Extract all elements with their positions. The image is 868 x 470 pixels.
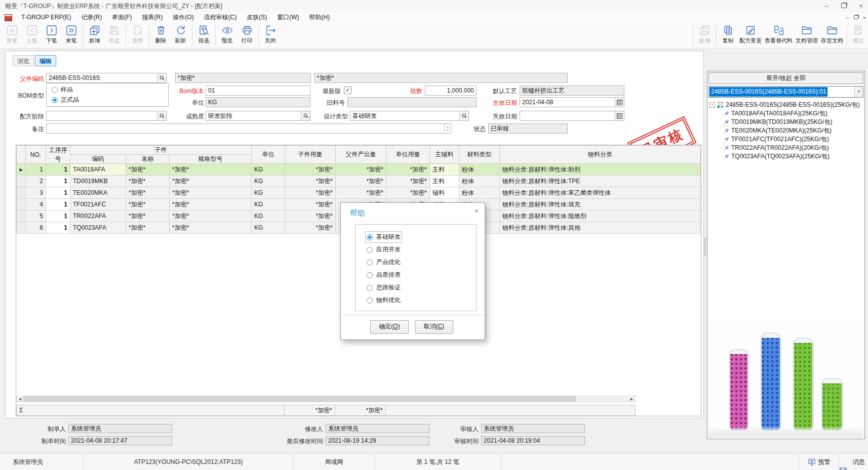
cell-spec[interactable]: *加密*	[170, 187, 252, 199]
cell-code[interactable]: TR0022AFA	[70, 210, 126, 222]
cell-child-qty[interactable]: *加密*	[285, 187, 336, 199]
tab-edit[interactable]: 编辑	[35, 55, 56, 66]
remark-spinner[interactable]: ▲▼	[444, 124, 451, 133]
batch-field[interactable]: 1,000.000	[425, 86, 477, 96]
dialog-radio-quality-check[interactable]: 品质排查	[367, 271, 401, 279]
tree-root[interactable]: − 2485B-ESS-0016S(2485B-ESS-0016S)(25KG/…	[709, 101, 861, 109]
table-row[interactable]: 3 1 TE0020MKA *加密* *加密* KG *加密* *加密* *加密…	[17, 187, 701, 199]
cell-material-type[interactable]: 粉体	[459, 176, 500, 187]
cell-name[interactable]: *加密*	[126, 176, 170, 187]
cell-spec[interactable]: *加密*	[170, 222, 252, 234]
parent-code-field[interactable]: 2485B-ESS-0016S	[46, 73, 167, 83]
design-type-lookup-button[interactable]	[459, 111, 468, 120]
cell-no[interactable]: 4	[26, 199, 46, 210]
inventory-doc-button[interactable]: 存货文档	[819, 24, 845, 45]
cell-unit[interactable]: KG	[252, 187, 285, 199]
cancel-button[interactable]: 取消(C)	[415, 320, 453, 334]
cell-no[interactable]: 5	[26, 210, 46, 222]
batch-add-button[interactable]: 批增	[695, 24, 715, 45]
cell-spec[interactable]: *加密*	[170, 176, 252, 187]
cell-unit-qty[interactable]: *加密*	[386, 176, 430, 187]
effective-date-calendar-button[interactable]	[615, 98, 624, 107]
refresh-button[interactable]: 刷新	[171, 24, 190, 45]
cell-unit-qty[interactable]: *加密*	[386, 164, 430, 176]
tree-item[interactable]: TF0021AFC(TF0021AFC)(25KG/包)	[709, 135, 861, 144]
cell-spec[interactable]: *加密*	[170, 199, 252, 210]
cell-unit[interactable]: KG	[252, 199, 285, 210]
cell-seq[interactable]: 1	[46, 210, 70, 222]
dialog-radio-idea-verify[interactable]: 思路验证	[367, 283, 401, 292]
discard-button[interactable]: 放弃	[128, 24, 147, 45]
next-record-button[interactable]: 下笔	[42, 24, 61, 45]
design-type-field[interactable]: 基础研发	[350, 111, 469, 121]
effective-date-field[interactable]: 2021-04-08	[520, 97, 624, 107]
formula-stage-lookup-button[interactable]	[157, 111, 166, 120]
expand-collapse-all-button[interactable]: 展开/收起 全部	[708, 72, 863, 84]
cell-seq[interactable]: 1	[46, 222, 70, 234]
cell-parent-output[interactable]: *加密*	[336, 164, 386, 176]
combo-dropdown-icon[interactable]: ▼	[854, 87, 863, 97]
table-row[interactable]: 2 1 TD0019MKB *加密* *加密* KG *加密* *加密* *加密…	[17, 176, 701, 187]
cell-seq[interactable]: 1	[46, 199, 70, 210]
delete-button[interactable]: 删除	[151, 24, 171, 45]
approve-button[interactable]: 通过	[848, 24, 868, 45]
cell-unit[interactable]: KG	[252, 176, 285, 187]
cell-child-qty[interactable]: *加密*	[285, 210, 336, 222]
cell-seq[interactable]: 1	[46, 187, 70, 199]
cell-code[interactable]: TQ0023AFA	[70, 222, 126, 234]
cell-material-class[interactable]: 物料分类:原材料:弹性体:填充	[500, 199, 701, 210]
cell-material-class[interactable]: 物料分类:原材料:弹性体:阻燃剂	[500, 210, 701, 222]
print-button[interactable]: 打印	[237, 24, 257, 45]
cell-no[interactable]: 3	[26, 187, 46, 199]
cell-name[interactable]: *加密*	[126, 222, 170, 234]
table-row[interactable]: ▶ 1 1 TA0018AFA *加密* *加密* KG *加密* *加密* *…	[17, 164, 701, 176]
bom-type-radio-sample[interactable]: 样品	[52, 86, 73, 94]
cell-code[interactable]: TE0020MKA	[70, 187, 126, 199]
formula-stage-field[interactable]	[46, 111, 167, 121]
menu-item-interface[interactable]: 界面(F)	[107, 12, 137, 23]
bom-type-radio-formal[interactable]: 正式品	[52, 96, 79, 104]
maturity-lookup-button[interactable]	[301, 111, 310, 120]
dialog-radio-product-opt[interactable]: 产品优化	[367, 258, 401, 267]
menu-item-window[interactable]: 窗口(W)	[272, 12, 304, 23]
cell-no[interactable]: 1	[26, 164, 46, 176]
filter-button[interactable]: 筛选	[194, 24, 214, 45]
status-alert[interactable]: 预警	[799, 453, 839, 470]
save-button[interactable]: 存盘	[104, 24, 124, 45]
tree-item[interactable]: TE0020MKA(TE0020MKA)(25KG/包)	[709, 126, 861, 135]
first-record-button[interactable]: 首笔	[2, 24, 22, 45]
restore-icon[interactable]	[840, 0, 848, 12]
parent-code-lookup-button[interactable]	[157, 73, 166, 82]
cell-material-class[interactable]: 物料分类:原材料:弹性体:TPE	[500, 176, 701, 187]
menu-item-skin[interactable]: 皮肤(S)	[242, 12, 272, 23]
cell-no[interactable]: 2	[26, 176, 46, 187]
formula-change-button[interactable]: 配方变更	[738, 24, 763, 45]
expiry-date-calendar-button[interactable]	[615, 111, 624, 120]
dialog-radio-app-dev[interactable]: 应用开发	[367, 245, 401, 254]
cell-child-qty[interactable]: *加密*	[285, 222, 336, 234]
preview-button[interactable]: 预览	[217, 24, 237, 45]
add-button[interactable]: 新增	[85, 24, 104, 45]
menu-item-record[interactable]: 记录(R)	[76, 12, 107, 23]
cell-name[interactable]: *加密*	[126, 199, 170, 210]
tree-item[interactable]: TR0022AFA(TR0022AFA)(20KG/包)	[709, 144, 861, 152]
latest-checkbox[interactable]: ✓	[344, 87, 351, 94]
expiry-date-field[interactable]	[520, 111, 624, 121]
menu-item-flow-audit[interactable]: 流程审核(C)	[199, 12, 242, 23]
scrollbar-thumb[interactable]	[23, 396, 576, 402]
cell-material-class[interactable]: 物料分类:原材料:弹性体:助剂	[500, 164, 701, 176]
cell-no[interactable]: 6	[26, 222, 46, 234]
cell-name[interactable]: *加密*	[126, 164, 170, 176]
menu-item-operation[interactable]: 操作(O)	[168, 12, 199, 23]
menu-item-report[interactable]: 报表(R)	[137, 12, 168, 23]
cell-unit[interactable]: KG	[252, 210, 285, 222]
close-icon[interactable]: ×	[857, 0, 865, 12]
cell-parent-output[interactable]: *加密*	[336, 187, 386, 199]
cell-material-type[interactable]: 粉体	[459, 187, 500, 199]
remark-field[interactable]: ▲▼	[46, 123, 451, 134]
close-form-button[interactable]: 关闭	[260, 24, 280, 45]
mdi-minimize-icon[interactable]: ─	[846, 15, 849, 20]
cell-parent-output[interactable]: *加密*	[336, 176, 386, 187]
prev-record-button[interactable]: 上笔	[22, 24, 42, 45]
cell-child-qty[interactable]: *加密*	[285, 199, 336, 210]
